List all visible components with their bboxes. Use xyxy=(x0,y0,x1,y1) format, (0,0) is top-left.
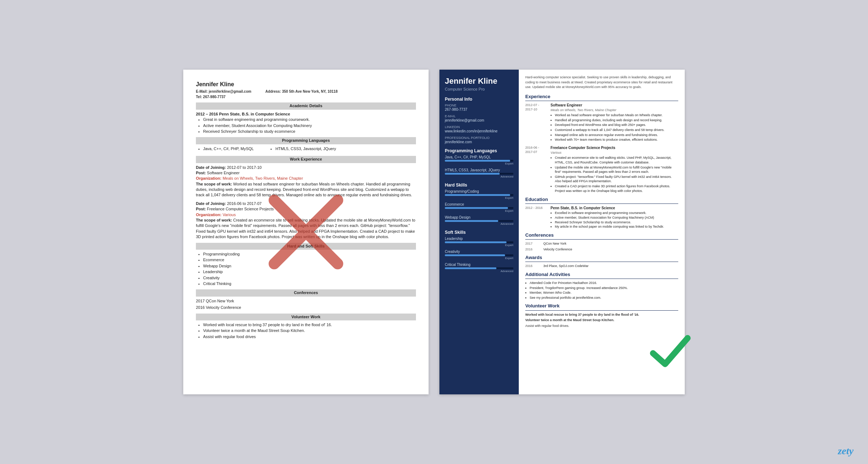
exp-job1-content: Software Engineer Meals on Wheels, Two R… xyxy=(551,103,665,143)
skill-critical: Critical Thinking Advanced xyxy=(445,263,513,273)
job1-post: Software Engineer xyxy=(207,171,240,175)
conf-2: 2016 Velocity Conference xyxy=(525,247,678,252)
skill-2: Ecommerce xyxy=(203,257,416,263)
portfolio-label: Professional Portfolio xyxy=(445,136,513,140)
address-label: Address: xyxy=(266,89,281,93)
edu-bullets-1: Excelled in software engineering and pro… xyxy=(555,211,664,229)
edu-b1: Excelled in software engineering and pro… xyxy=(555,211,664,215)
exp-job1-b3: Developed front-end WordPress site and b… xyxy=(555,123,665,127)
edu-bullet-2: Active member, Student Association for C… xyxy=(203,123,416,128)
skill-coding: Programming/Coding Expert xyxy=(445,189,513,200)
skill-java-level: Expert xyxy=(445,162,513,165)
skill-1: Programming/coding xyxy=(203,251,416,257)
edu-section-title: Education xyxy=(525,196,678,204)
job1-scope-line: The scope of work: Worked as head softwa… xyxy=(196,181,416,198)
skill-creativity-bar-fill xyxy=(445,254,505,256)
exp-job1-b4: Customized a webapp to track all 1,047 d… xyxy=(555,128,665,132)
award-1-year: 2016 xyxy=(525,264,540,268)
skill-leadership-bar-fill xyxy=(445,241,507,243)
conf-1-name: QCon New York xyxy=(543,241,566,246)
edu-bullets: Great in software engineering and progra… xyxy=(203,117,416,134)
job1-post-line: Post: Software Engineer xyxy=(196,170,416,176)
tel-label: Tel: xyxy=(196,95,202,99)
plain-tel-line: Tel: 267-980-7737 xyxy=(196,95,416,100)
sidebar-phone: 267-980-7737 xyxy=(445,108,513,111)
styled-sidebar: Jennifer Kline Computer Science Pro Pers… xyxy=(439,70,519,394)
skill-webapp-bar-bg xyxy=(445,220,513,222)
job2-date-line: Date of Joining: 2016-06 to 2017-07 xyxy=(196,201,416,206)
job2-org-line: Organization: Various xyxy=(196,212,416,218)
vol-1: Worked with local rescue to bring 37 peo… xyxy=(203,322,416,328)
skill-html-bar-bg xyxy=(445,173,513,175)
exp-section-title: Experience xyxy=(525,93,678,101)
skill-leadership-bar-bg xyxy=(445,241,513,243)
exp-job2-b3: GitHub project: "tensorflow." Fixed faul… xyxy=(555,175,678,184)
add-1: Attended Code For Princeton Hackathon 20… xyxy=(530,281,678,285)
vol-2: Volunteer twice a month at the Maud Stre… xyxy=(203,328,416,333)
plain-email-line: E-Mail: jenniferkline@gmail.com Address:… xyxy=(196,89,416,94)
programming-header: Programming Languages xyxy=(196,137,416,144)
skills-col1: Java, C++, C#, PHP, MySQL xyxy=(203,146,254,152)
additional-section-title: Additional Activities xyxy=(525,271,678,279)
skill-4: Leadership xyxy=(203,269,416,275)
work-job-2: Date of Joining: 2016-06 to 2017-07 Post… xyxy=(196,201,416,240)
exp-job2-b1: Created an ecommerce site to sell walkin… xyxy=(555,156,678,165)
skill-coding-name: Programming/Coding xyxy=(445,189,513,193)
job2-post-line: Post: Freelance Computer Science Project… xyxy=(196,206,416,212)
skill-html-bar-fill xyxy=(445,173,500,175)
edu-title: 2012 – 2016 Penn State, B.S. in Computer… xyxy=(196,111,416,117)
add-3: Member, Women Who Code. xyxy=(530,290,678,295)
soft-skills-title: Soft Skills xyxy=(445,230,513,235)
conf-1-year: 2017 xyxy=(525,241,540,246)
job1-post-label: Post: xyxy=(196,171,206,175)
skill-leadership-name: Leadership xyxy=(445,237,513,241)
volunteer-header: Volunteer Work xyxy=(196,314,416,320)
edu-row-1: 2012 - 2016 Penn State, B.S. in Computer… xyxy=(525,206,678,229)
linkedin-label: LinkedIn xyxy=(445,125,513,129)
skills-header: Hard and Soft Skills xyxy=(196,243,416,250)
job2-scope-line: The scope of work: Created an ecommerce … xyxy=(196,218,416,240)
skill-webapp-bar-fill xyxy=(445,220,498,222)
plain-email: jenniferkline@gmail.com xyxy=(209,89,251,93)
sidebar-portfolio: jenniferkline.com xyxy=(445,140,513,144)
skill-ecommerce-bar-bg xyxy=(445,207,513,209)
job1-scope-label: The scope of work: xyxy=(196,182,232,186)
email-label-s: E-mail xyxy=(445,114,513,118)
resume-plain: Jennifer Kline E-Mail: jenniferkline@gma… xyxy=(183,70,429,394)
job2-post-label: Post: xyxy=(196,207,206,211)
skill-6: Critical Thinking xyxy=(203,281,416,286)
skill-java: Java, C++, C#, PHP, MySQL Expert xyxy=(445,155,513,165)
vol-3: Assist with regular food drives xyxy=(203,334,416,340)
award-1: 2016 3rd Place, SpOJ.com CodeWar xyxy=(525,264,678,268)
hard-skills-title: Hard Skills xyxy=(445,183,513,188)
skill-critical-bar-bg xyxy=(445,267,513,269)
edu-dates-1: 2012 - 2016 xyxy=(525,206,547,229)
main-container: Jennifer Kline E-Mail: jenniferkline@gma… xyxy=(183,70,685,394)
conf-1: 2017 QCon New York xyxy=(525,241,678,246)
skill-html-level: Advanced xyxy=(445,175,513,178)
edu-item: 2012 – 2016 Penn State, B.S. in Computer… xyxy=(196,111,416,135)
conf-item-2: 2016 Velocity Conference xyxy=(196,305,416,310)
work-job-1: Date of Joining: 2012-07 to 2017-10 Post… xyxy=(196,165,416,198)
plain-address: 350 5th Ave New York, NY, 10118 xyxy=(282,89,338,93)
volunteer-text: Worked with local rescue to bring 37 peo… xyxy=(525,312,678,328)
award-1-name: 3rd Place, SpOJ.com CodeWar xyxy=(543,264,588,268)
exp-job1-bullets: Worked as head software engineer for sub… xyxy=(555,113,665,142)
skill-ecommerce: Ecommerce Expert xyxy=(445,202,513,213)
edu-school-1: Penn State, B.S. in Computer Science xyxy=(551,206,664,211)
exp-job-2: 2016-06 - 2017-07 Freelance Computer Sci… xyxy=(525,145,678,193)
job1-date: 2012-07 to 2017-10 xyxy=(227,165,262,170)
skills-list: Programming/coding Ecommerce Webapp Desi… xyxy=(203,251,416,286)
resume-styled: Jennifer Kline Computer Science Pro Pers… xyxy=(439,70,685,394)
skill-5: Creativity xyxy=(203,275,416,281)
phone-label: Phone xyxy=(445,104,513,107)
awards-section-title: Awards xyxy=(525,254,678,262)
skill-coding-bar-bg xyxy=(445,194,513,196)
edu-b3: Received Schreyer Scholarship to study e… xyxy=(555,220,664,225)
job2-date-label: Date of Joining: xyxy=(196,201,226,206)
add-2: President, TrogdorPenn gaming group. Inc… xyxy=(530,286,678,290)
volunteer-section-title: Volunteer Work xyxy=(525,303,678,310)
email-label: E-Mail: xyxy=(196,89,208,93)
work-header: Work Experience xyxy=(196,156,416,163)
conf-2-year: 2016 xyxy=(525,247,540,252)
